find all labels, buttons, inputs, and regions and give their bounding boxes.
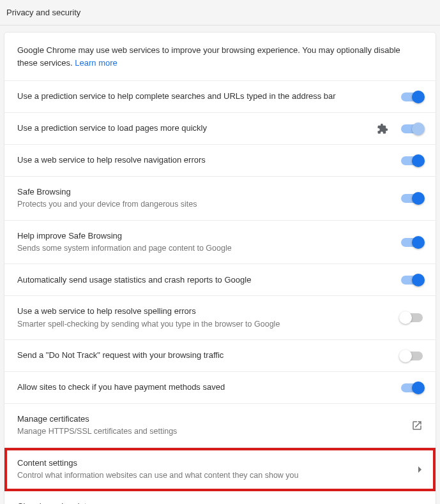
learn-more-link[interactable]: Learn more [75,58,117,68]
row-text: Automatically send usage statistics and … [17,274,401,286]
row-controls [401,352,423,360]
row-controls [418,466,423,473]
toggle-switch[interactable] [401,194,423,203]
row-controls [401,194,423,203]
row-text: Content settingsControl what information… [17,457,418,482]
toggle-switch[interactable] [401,313,423,322]
toggle-switch[interactable] [401,352,423,360]
extension-icon [377,123,388,135]
settings-row[interactable]: Content settingsControl what information… [4,448,436,492]
settings-card: Google Chrome may use web services to im… [4,32,436,504]
row-title: Use a prediction service to help complet… [17,91,391,102]
row-controls [401,383,423,392]
settings-row: Use a web service to help resolve spelli… [4,296,436,340]
toggle-switch[interactable] [401,276,423,285]
row-subtitle: Smarter spell-checking by sending what y… [17,319,391,330]
settings-row: Use a web service to help resolve naviga… [4,145,436,177]
toggle-switch[interactable] [401,156,423,165]
row-controls [401,156,423,165]
row-text: Send a "Do Not Track" request with your … [17,350,401,361]
row-text: Help improve Safe BrowsingSends some sys… [17,230,401,255]
row-subtitle: Protects you and your device from danger… [17,199,391,211]
chevron-right-icon [418,466,421,473]
toggle-switch[interactable] [401,93,423,101]
row-subtitle: Control what information websites can us… [17,470,408,482]
row-title: Send a "Do Not Track" request with your … [17,350,391,361]
row-controls [401,313,423,322]
row-title: Manage certificates [17,413,401,425]
row-text: Allow sites to check if you have payment… [17,382,401,393]
row-controls [377,123,423,135]
settings-row: Send a "Do Not Track" request with your … [4,340,436,372]
settings-row: Help improve Safe BrowsingSends some sys… [4,221,436,265]
row-text: Use a web service to help resolve naviga… [17,154,401,166]
row-controls [401,93,423,101]
settings-row: Use a prediction service to help complet… [4,81,436,113]
row-title: Safe Browsing [17,186,391,198]
open-external-icon [411,420,423,431]
row-text: Clear browsing dataClear history, cookie… [17,501,418,504]
row-title: Use a web service to help resolve naviga… [17,154,391,166]
row-text: Manage certificatesManage HTTPS/SSL cert… [17,413,411,438]
row-controls [401,276,423,285]
settings-row[interactable]: Clear browsing dataClear history, cookie… [4,491,436,504]
toggle-switch[interactable] [401,124,423,133]
toggle-switch[interactable] [401,238,423,247]
row-title: Help improve Safe Browsing [17,230,391,242]
row-controls [401,238,423,247]
toggle-switch[interactable] [401,383,423,392]
row-title: Content settings [17,457,408,469]
row-subtitle: Sends some system information and page c… [17,243,391,255]
page-title: Privacy and security [0,0,440,26]
row-text: Use a web service to help resolve spelli… [17,306,401,330]
settings-row[interactable]: Manage certificatesManage HTTPS/SSL cert… [4,404,436,448]
row-title: Allow sites to check if you have payment… [17,382,391,393]
row-text: Use a prediction service to load pages m… [17,122,377,134]
row-controls [411,420,423,431]
row-title: Automatically send usage statistics and … [17,274,391,286]
row-text: Use a prediction service to help complet… [17,91,401,102]
row-subtitle: Manage HTTPS/SSL certificates and settin… [17,426,401,438]
row-title: Use a prediction service to load pages m… [17,122,367,134]
settings-row: Safe BrowsingProtects you and your devic… [4,177,436,221]
row-text: Safe BrowsingProtects you and your devic… [17,186,401,211]
settings-row: Allow sites to check if you have payment… [4,372,436,404]
settings-row: Automatically send usage statistics and … [4,264,436,296]
intro-text: Google Chrome may use web services to im… [4,33,436,81]
row-title: Use a web service to help resolve spelli… [17,306,391,317]
settings-row: Use a prediction service to load pages m… [4,113,436,145]
row-title: Clear browsing data [17,501,408,504]
